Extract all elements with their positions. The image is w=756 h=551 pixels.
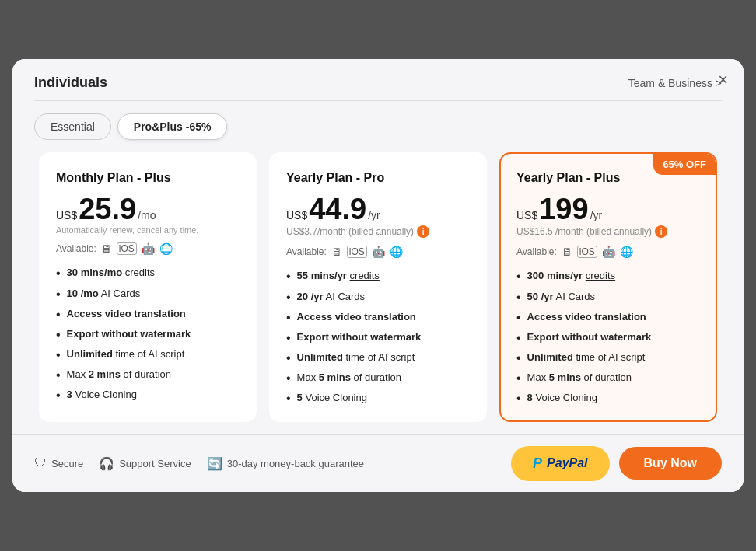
shield-icon: 🛡 xyxy=(34,456,47,470)
price-sub-yearly-plus: US$16.5 /month (billed annually) i xyxy=(516,225,700,238)
discount-badge: 65% OFF xyxy=(653,154,716,175)
period-yearly-plus: /yr xyxy=(590,209,603,221)
feature-item: 20 /yr AI Cards xyxy=(286,290,470,305)
plan-yearly-plus: 65% OFF Yearly Plan - Plus US$ 199 /yr U… xyxy=(499,152,717,421)
plan-name-yearly-pro: Yearly Plan - Pro xyxy=(286,171,470,185)
ios-icon: iOS xyxy=(347,246,367,258)
available-row-yearly-pro: Available: 🖥 iOS 🤖 🌐 xyxy=(286,246,470,258)
feature-item: Export without watermark xyxy=(516,330,700,345)
paypal-label: PayPal xyxy=(547,456,587,470)
desktop-icon: 🖥 xyxy=(331,246,342,258)
features-monthly: 30 mins/mo credits 10 /mo AI Cards Acces… xyxy=(56,266,240,403)
feature-item: Max 2 mins of duration xyxy=(56,368,240,382)
paypal-button[interactable]: P PayPal xyxy=(511,446,610,481)
amount-yearly-pro: 44.9 xyxy=(309,194,366,224)
price-row-yearly-plus: US$ 199 /yr xyxy=(516,194,700,224)
web-icon: 🌐 xyxy=(620,246,633,258)
modal-title: Individuals xyxy=(34,75,107,91)
feature-item: Unlimited time of AI script xyxy=(56,347,240,362)
feature-item: 10 /mo AI Cards xyxy=(56,287,240,302)
refresh-icon: 🔄 xyxy=(207,456,222,471)
currency-yearly-pro: US$ xyxy=(286,209,307,221)
desktop-icon: 🖥 xyxy=(562,246,572,258)
feature-item: Unlimited time of AI script xyxy=(286,350,470,365)
headset-icon: 🎧 xyxy=(99,456,114,471)
feature-item: 5 Voice Cloning xyxy=(286,391,470,406)
feature-item: Max 5 mins of duration xyxy=(516,371,700,385)
period-yearly-pro: /yr xyxy=(368,209,380,221)
feature-item: 30 mins/mo credits xyxy=(56,266,240,281)
tab-proplus[interactable]: Pro&Plus -65% xyxy=(117,113,228,140)
support-label: Support Service xyxy=(119,458,191,469)
feature-item: Access video translation xyxy=(286,310,470,325)
support-badge: 🎧 Support Service xyxy=(99,456,191,471)
amount-yearly-plus: 199 xyxy=(539,194,588,224)
currency-monthly: US$ xyxy=(56,209,77,221)
available-row-monthly: Available: 🖥 iOS 🤖 🌐 xyxy=(56,242,240,255)
ios-icon: iOS xyxy=(577,246,597,258)
footer-actions: P PayPal Buy Now xyxy=(511,446,722,481)
features-yearly-pro: 55 mins/yr credits 20 /yr AI Cards Acces… xyxy=(286,269,470,406)
money-back-label: 30-day money-back guarantee xyxy=(227,458,364,469)
modal-overlay: Individuals Team & Business > × Essentia… xyxy=(0,0,756,551)
currency-yearly-plus: US$ xyxy=(516,209,537,221)
period-monthly: /mo xyxy=(138,209,156,221)
feature-item: Access video translation xyxy=(56,307,240,322)
modal-header: Individuals Team & Business > × xyxy=(12,59,744,100)
features-yearly-plus: 300 mins/yr credits 50 /yr AI Cards Acce… xyxy=(516,269,700,406)
pricing-modal: Individuals Team & Business > × Essentia… xyxy=(12,59,744,491)
feature-item: 300 mins/yr credits xyxy=(516,269,700,284)
buy-now-button[interactable]: Buy Now xyxy=(619,447,722,480)
available-label: Available: xyxy=(56,243,96,254)
plans-container: Monthly Plan - Plus US$ 25.9 /mo Automat… xyxy=(12,152,744,434)
feature-item: 50 /yr AI Cards xyxy=(516,290,700,305)
amount-monthly: 25.9 xyxy=(79,194,136,224)
android-icon: 🤖 xyxy=(372,246,385,258)
feature-item: 55 mins/yr credits xyxy=(286,269,470,284)
info-icon-yearly-pro[interactable]: i xyxy=(417,225,429,238)
feature-item: Access video translation xyxy=(516,310,700,325)
feature-item: 8 Voice Cloning xyxy=(516,391,700,406)
team-business-link[interactable]: Team & Business > xyxy=(628,77,722,89)
price-sub-yearly-pro: US$3.7/month (billed annually) i xyxy=(286,225,470,238)
secure-label: Secure xyxy=(51,458,83,469)
tab-essential[interactable]: Essential xyxy=(34,113,111,140)
price-row-monthly: US$ 25.9 /mo xyxy=(56,194,240,224)
android-icon: 🤖 xyxy=(142,242,155,255)
feature-item: Export without watermark xyxy=(286,330,470,345)
feature-item: Max 5 mins of duration xyxy=(286,371,470,385)
modal-footer: 🛡 Secure 🎧 Support Service 🔄 30-day mone… xyxy=(12,434,744,492)
feature-item: Export without watermark xyxy=(56,327,240,342)
ios-icon: iOS xyxy=(117,242,137,255)
available-label: Available: xyxy=(516,246,557,257)
web-icon: 🌐 xyxy=(159,242,173,255)
feature-item: 3 Voice Cloning xyxy=(56,388,240,403)
available-label: Available: xyxy=(286,246,327,257)
plan-yearly-pro: Yearly Plan - Pro US$ 44.9 /yr US$3.7/mo… xyxy=(269,152,487,421)
secure-badge: 🛡 Secure xyxy=(34,456,83,470)
auto-renew-text: Automatically renew, cancel any time. xyxy=(56,225,240,235)
price-row-yearly-pro: US$ 44.9 /yr xyxy=(286,194,470,224)
tabs-row: Essential Pro&Plus -65% xyxy=(12,101,744,152)
desktop-icon: 🖥 xyxy=(101,242,112,255)
paypal-p-icon: P xyxy=(533,455,542,472)
feature-item: Unlimited time of AI script xyxy=(516,350,700,365)
info-icon-yearly-plus[interactable]: i xyxy=(655,225,667,238)
money-back-badge: 🔄 30-day money-back guarantee xyxy=(207,456,364,471)
web-icon: 🌐 xyxy=(390,246,403,258)
android-icon: 🤖 xyxy=(602,246,615,258)
available-row-yearly-plus: Available: 🖥 iOS 🤖 🌐 xyxy=(516,246,700,258)
plan-monthly-plus: Monthly Plan - Plus US$ 25.9 /mo Automat… xyxy=(39,152,257,421)
footer-badges: 🛡 Secure 🎧 Support Service 🔄 30-day mone… xyxy=(34,456,364,471)
plan-name-monthly: Monthly Plan - Plus xyxy=(56,171,240,185)
close-button[interactable]: × xyxy=(718,71,728,89)
